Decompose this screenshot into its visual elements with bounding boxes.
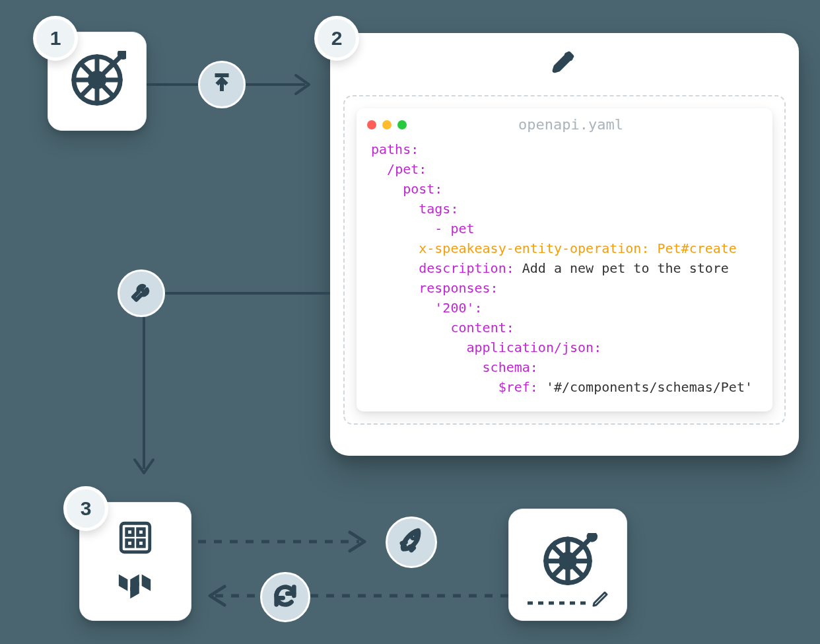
svg-line-7 xyxy=(102,85,114,96)
svg-rect-21 xyxy=(127,540,133,547)
svg-rect-19 xyxy=(127,529,133,536)
upload-icon-circle xyxy=(198,61,246,108)
svg-point-28 xyxy=(412,534,416,538)
svg-line-8 xyxy=(81,85,92,96)
result-card xyxy=(508,509,627,621)
svg-marker-23 xyxy=(119,575,128,591)
arrow-wrench-to-step3 xyxy=(131,317,157,489)
step-number-1: 1 xyxy=(33,16,78,61)
svg-point-40 xyxy=(589,534,595,540)
svg-line-36 xyxy=(553,546,563,556)
svg-rect-22 xyxy=(138,540,145,547)
svg-point-11 xyxy=(120,51,126,57)
traffic-light-min-icon xyxy=(382,120,392,129)
step-number-3: 3 xyxy=(63,486,108,531)
svg-line-37 xyxy=(572,566,583,577)
svg-line-6 xyxy=(81,63,92,75)
rocket-icon-circle xyxy=(386,517,437,568)
upload-icon xyxy=(210,71,234,98)
code-window: openapi.yaml paths: /pet: post: tags: - … xyxy=(357,108,772,411)
editor-window: openapi.yaml paths: /pet: post: tags: - … xyxy=(330,33,799,456)
connector-wrench-to-editor xyxy=(158,291,343,296)
pencil-icon xyxy=(551,48,578,77)
rocket-icon xyxy=(397,527,425,557)
speakeasy-wheel-icon xyxy=(68,51,126,112)
svg-line-15 xyxy=(566,55,570,59)
code-body: paths: /pet: post: tags: - pet x-speakea… xyxy=(357,135,772,411)
svg-marker-26 xyxy=(142,575,151,591)
edit-underline-icon xyxy=(525,590,611,611)
code-filename: openapi.yaml xyxy=(413,116,729,133)
registry-icon xyxy=(116,519,154,559)
terraform-icon xyxy=(116,570,154,604)
traffic-light-close-icon xyxy=(367,120,376,129)
refresh-icon-circle xyxy=(260,572,310,622)
svg-rect-20 xyxy=(138,529,145,536)
wrench-icon-circle xyxy=(118,269,165,317)
speakeasy-wheel-icon xyxy=(537,533,598,596)
code-container: openapi.yaml paths: /pet: post: tags: - … xyxy=(343,95,786,425)
traffic-light-max-icon xyxy=(397,120,407,129)
arrow-step3-to-rocket xyxy=(198,528,383,555)
svg-line-38 xyxy=(553,566,563,577)
refresh-icon xyxy=(272,583,298,612)
arrow-result-to-step3 xyxy=(198,583,508,609)
step-number-2: 2 xyxy=(314,16,359,61)
wrench-icon xyxy=(129,280,153,306)
